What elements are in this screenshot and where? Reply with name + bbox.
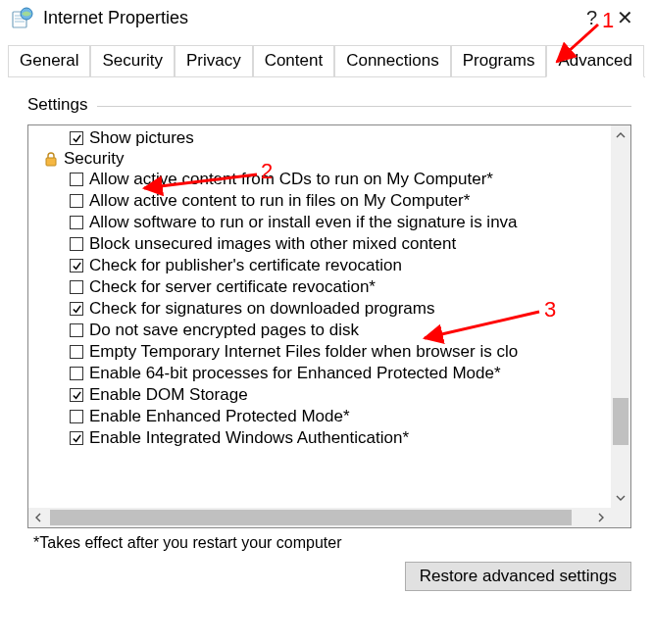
setting-do-not-save-encrypted[interactable]: Do not save encrypted pages to disk [28,320,611,341]
settings-listbox: Show pictures Security Allow active cont… [27,124,631,528]
setting-label: Check for signatures on downloaded progr… [89,299,434,319]
setting-label: Check for publisher's certificate revoca… [89,256,402,275]
tab-privacy[interactable]: Privacy [175,45,253,76]
annotation-3: 3 [544,297,556,322]
setting-allow-software-invalid-sig[interactable]: Allow software to run or install even if… [28,212,611,233]
setting-label: Do not save encrypted pages to disk [89,321,359,340]
horizontal-scrollbar[interactable] [28,508,611,527]
setting-empty-temp-on-close[interactable]: Empty Temporary Internet Files folder wh… [28,341,611,363]
settings-header-label: Settings [27,95,87,115]
setting-check-download-signatures[interactable]: Check for signatures on downloaded progr… [28,298,611,320]
setting-allow-file-active-content[interactable]: Allow active content to run in files on … [28,190,611,212]
checkbox-icon[interactable] [70,131,83,145]
setting-enable-64bit-epm[interactable]: Enable 64-bit processes for Enhanced Pro… [28,363,611,384]
setting-label: Empty Temporary Internet Files folder wh… [89,342,518,362]
setting-allow-cd-active-content[interactable]: Allow active content from CDs to run on … [28,169,611,190]
tab-general[interactable]: General [8,45,90,76]
window-title: Internet Properties [43,8,188,28]
checkbox-icon[interactable] [70,216,83,229]
setting-enable-dom-storage[interactable]: Enable DOM Storage [28,384,611,406]
annotation-1: 1 [602,8,614,33]
checkbox-icon[interactable] [70,431,83,445]
checkbox-icon[interactable] [70,259,83,272]
tab-connections[interactable]: Connections [334,45,451,76]
lock-icon [44,151,58,167]
scroll-down-icon[interactable] [611,488,630,508]
tab-security[interactable]: Security [90,45,174,76]
separator [97,106,631,107]
setting-block-unsecured-images[interactable]: Block unsecured images with other mixed … [28,233,611,255]
setting-enable-windows-auth[interactable]: Enable Integrated Windows Authentication… [28,427,611,449]
scroll-up-icon[interactable] [611,125,630,145]
internet-options-icon [12,7,33,28]
scrollbar-corner [611,508,630,527]
annotation-2: 2 [261,159,273,184]
tab-advanced[interactable]: Advanced [546,45,644,77]
checkbox-icon[interactable] [70,410,83,423]
checkbox-icon[interactable] [70,280,83,294]
checkbox-icon[interactable] [70,345,83,359]
setting-label: Enable 64-bit processes for Enhanced Pro… [89,364,501,383]
security-group[interactable]: Security [28,149,611,169]
checkbox-icon[interactable] [70,388,83,402]
settings-header: Settings [27,95,631,115]
setting-label: Allow active content to run in files on … [89,191,470,211]
restart-footnote: *Takes effect after you restart your com… [33,534,631,552]
setting-label: Block unsecured images with other mixed … [89,234,456,254]
setting-check-publisher-cert-revocation[interactable]: Check for publisher's certificate revoca… [28,255,611,276]
setting-enable-epm[interactable]: Enable Enhanced Protected Mode* [28,406,611,427]
tab-programs[interactable]: Programs [451,45,547,76]
scrollbar-thumb[interactable] [613,398,628,445]
checkbox-icon[interactable] [70,194,83,208]
setting-show-pictures[interactable]: Show pictures [28,127,611,149]
scrollbar-thumb[interactable] [50,510,572,525]
setting-label: Show pictures [89,128,194,148]
setting-label: Allow software to run or install even if… [89,213,518,232]
group-label: Security [64,149,124,169]
scroll-right-icon[interactable] [591,508,611,527]
scroll-left-icon[interactable] [28,508,48,527]
vertical-scrollbar[interactable] [611,125,630,508]
setting-label: Enable Enhanced Protected Mode* [89,407,350,426]
setting-label: Enable Integrated Windows Authentication… [89,428,409,448]
setting-label: Enable DOM Storage [89,385,248,405]
settings-panel: Settings Show pictures Security Allow ac… [27,95,631,552]
checkbox-icon[interactable] [70,237,83,251]
setting-label: Allow active content from CDs to run on … [89,170,493,189]
titlebar: Internet Properties ? ✕ [0,0,653,39]
setting-label: Check for server certificate revocation* [89,277,376,297]
setting-check-server-cert-revocation[interactable]: Check for server certificate revocation* [28,276,611,298]
tab-content[interactable]: Content [253,45,335,76]
svg-rect-5 [46,158,56,166]
checkbox-icon[interactable] [70,173,83,186]
checkbox-icon[interactable] [70,367,83,380]
checkbox-icon[interactable] [70,323,83,337]
tab-bar: General Security Privacy Content Connect… [8,45,645,77]
checkbox-icon[interactable] [70,302,83,316]
settings-list-content: Show pictures Security Allow active cont… [28,125,611,508]
restore-advanced-button[interactable]: Restore advanced settings [405,562,631,591]
